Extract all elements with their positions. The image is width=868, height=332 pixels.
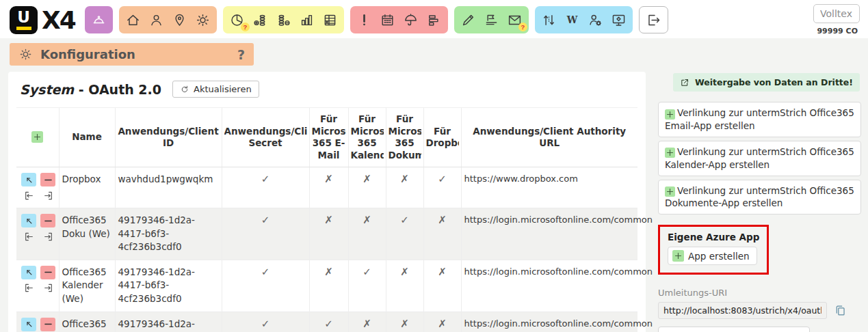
table-row: Office365 Doku (We)49179346-1d2a-4417-b6… <box>16 208 637 260</box>
cell-m365-calendar: ✗ <box>348 312 386 332</box>
remove-icon <box>42 266 54 278</box>
import-icon <box>23 190 35 202</box>
select-cursor-button[interactable] <box>21 266 36 279</box>
cell-m365-documents: ✓ <box>386 208 423 260</box>
remove-icon <box>42 215 54 227</box>
cell-m365-documents: ✗ <box>386 260 423 312</box>
cell-authority-url: https://login.microsoftonline.com/common <box>461 312 637 332</box>
remove-row-button[interactable] <box>40 214 55 227</box>
umbrella-icon <box>403 12 419 28</box>
form-button[interactable] <box>481 9 502 31</box>
cloche-icon <box>91 12 107 28</box>
home-button[interactable] <box>122 9 144 31</box>
table-row: Dropboxwavhdud1pwgwqkm✓✗✗✗✓https://www.d… <box>16 167 637 208</box>
spreadsheet-icon <box>322 12 338 28</box>
azure-app-highlight-box: Eigene Azure App App erstellen <box>658 225 769 275</box>
sort-button[interactable] <box>538 9 560 31</box>
export-button[interactable] <box>40 230 55 243</box>
question-badge: ? <box>518 23 527 31</box>
coins-minus-button[interactable] <box>273 9 294 31</box>
select-cursor-button[interactable] <box>21 318 36 331</box>
person-button[interactable] <box>146 9 167 31</box>
map-pin-icon <box>172 12 187 28</box>
refresh-button[interactable]: Aktualisieren <box>172 81 259 98</box>
calendar-icon <box>380 12 395 28</box>
column-header: Anwendungs/Client Secret <box>224 126 307 150</box>
export-button[interactable] <box>40 281 55 295</box>
cell-client-id: 49179346-1d2a-4417-b6f3-4cf236b3cdf0 <box>115 312 222 332</box>
envelope-button[interactable]: ? <box>504 9 525 31</box>
import-button[interactable] <box>21 189 36 202</box>
app-logo[interactable]: U X4 <box>10 6 75 34</box>
create-link-button[interactable]: Verlinkung zur untermStrich Office365 Em… <box>658 102 861 137</box>
table-row: Office365 Kalender (We)49179346-1d2a-441… <box>16 260 637 312</box>
monitor-button[interactable] <box>608 9 629 31</box>
row-actions <box>16 167 59 208</box>
umbrella-button[interactable] <box>400 9 421 31</box>
select-cursor-button[interactable] <box>21 214 36 227</box>
select-cursor-icon <box>23 215 35 227</box>
bar-chart-button[interactable] <box>296 9 317 31</box>
exclamation-button[interactable] <box>354 9 375 31</box>
pie-chart-button[interactable]: ? <box>226 9 248 31</box>
question-badge: ? <box>241 23 250 31</box>
import-icon <box>23 282 35 294</box>
cell-m365-email: ✗ <box>309 208 348 260</box>
add-entry-button[interactable] <box>31 131 43 143</box>
export-icon <box>42 190 54 202</box>
copy-button[interactable] <box>834 304 847 317</box>
fulltext-search-input[interactable] <box>813 4 860 23</box>
table-row: Office365 Mail (We)49179346-1d2a-4417-b6… <box>16 312 637 332</box>
remove-row-button[interactable] <box>40 318 55 331</box>
pencil-button[interactable] <box>458 9 479 31</box>
map-pin-button[interactable] <box>169 9 190 31</box>
logout-button[interactable] <box>643 9 664 31</box>
coins-plus-button[interactable] <box>250 9 271 31</box>
user-gear-button[interactable] <box>585 9 606 31</box>
column-header: Für Microsoft 365 Kalender <box>351 113 384 161</box>
refresh-icon <box>180 85 189 94</box>
remove-row-button[interactable] <box>40 173 55 186</box>
cell-secret: ✓ <box>222 260 309 312</box>
cell-client-id: wavhdud1pwgwqkm <box>115 167 222 208</box>
side-panel: Weitergabe von Daten an Dritte! Verlinku… <box>658 72 861 332</box>
third-party-data-button[interactable]: Weitergabe von Daten an Dritte! <box>673 73 860 92</box>
select-cursor-icon <box>23 318 35 330</box>
create-app-button[interactable]: App erstellen <box>668 247 757 265</box>
help-button[interactable]: ? <box>237 47 245 62</box>
column-header: Anwendungs/Client ID <box>118 126 220 150</box>
external-link-icon <box>680 78 689 87</box>
create-link-button[interactable]: Verlinkung zur untermStrich Office365 Ka… <box>658 141 861 176</box>
logo-x4-text: X4 <box>42 6 75 34</box>
import-button[interactable] <box>21 281 36 295</box>
cell-m365-calendar: ✗ <box>348 208 386 260</box>
cell-authority-url: https://www.dropbox.com <box>461 167 637 208</box>
create-link-button[interactable]: Verlinkung zur untermStrich Office365 Do… <box>658 180 861 215</box>
select-cursor-button[interactable] <box>21 173 36 186</box>
remove-row-button[interactable] <box>40 266 55 279</box>
export-icon <box>42 231 54 243</box>
gear-button[interactable] <box>192 9 213 31</box>
export-button[interactable] <box>40 189 55 202</box>
oauth-panel: System - OAuth 2.0 Aktualisieren NameAnw… <box>8 72 646 332</box>
redirect-uri-input[interactable] <box>658 302 827 319</box>
plus-icon <box>672 250 684 262</box>
word-button[interactable]: W <box>562 9 583 31</box>
export-icon <box>42 282 54 294</box>
h-bars-button[interactable] <box>423 9 445 31</box>
import-button[interactable] <box>21 230 36 243</box>
page-title: Konfiguration <box>40 47 135 61</box>
plus-icon <box>665 109 675 120</box>
cell-name: Office365 Doku (We) <box>59 208 115 260</box>
cell-client-id: 49179346-1d2a-4417-b6f3-4cf236b3cdf0 <box>115 260 222 312</box>
section-title: System - OAuth 2.0 <box>20 82 161 97</box>
spreadsheet-button[interactable] <box>319 9 341 31</box>
cell-secret: ✓ <box>222 167 309 208</box>
cell-client-id: 49179346-1d2a-4417-b6f3-4cf236b3cdf0 <box>115 208 222 260</box>
cloche-button[interactable] <box>88 9 109 31</box>
cell-dropbox: ✓ <box>423 167 461 208</box>
create-link-label: Verlinkung zur untermStrich Office365 Ka… <box>665 146 854 170</box>
app-registration-button[interactable]: Azure App-Registrierungen <box>658 327 810 332</box>
coins-plus-icon <box>252 12 268 28</box>
calendar-button[interactable] <box>377 9 398 31</box>
